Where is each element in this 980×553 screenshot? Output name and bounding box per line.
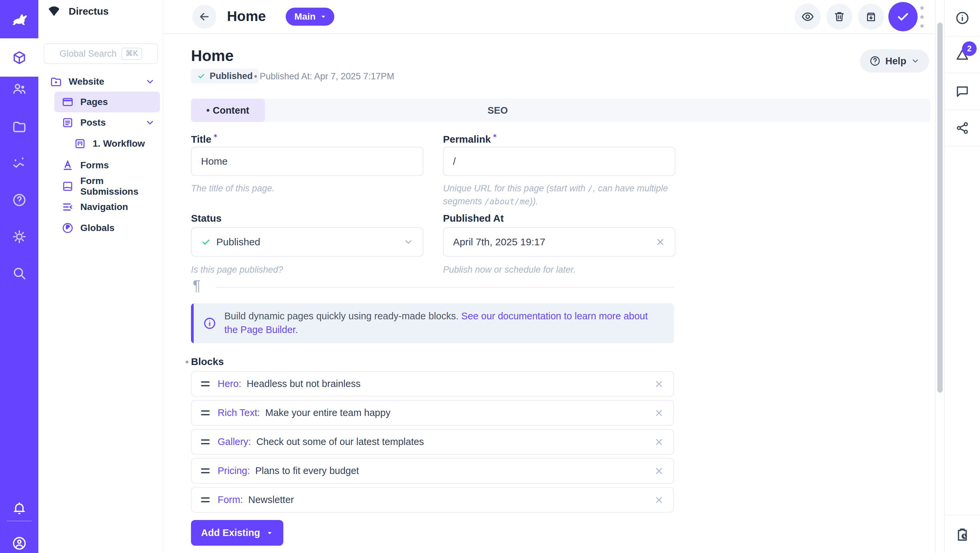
block-row[interactable]: Hero: Headless but not brainless (191, 371, 674, 397)
drag-handle-icon[interactable] (201, 410, 210, 415)
drag-handle-icon[interactable] (201, 468, 210, 474)
module-files[interactable] (0, 110, 38, 143)
sidebar-item-workflow[interactable]: 1. Workflow (38, 133, 163, 154)
sidebar-revisions-button[interactable] (945, 515, 980, 553)
chevron-down-icon[interactable] (145, 118, 155, 128)
permalink-field-hint: Unique URL for this page (start with /, … (443, 182, 675, 208)
title-field-label: Title✶ (191, 132, 218, 145)
sidebar-item-navigation[interactable]: Navigation (38, 197, 163, 217)
sidebar-item-label: Globals (80, 222, 115, 234)
block-type[interactable]: Pricing: (218, 465, 250, 476)
published-at-value: April 7th, 2025 19:17 (453, 236, 545, 248)
block-type[interactable]: Hero: (218, 378, 241, 389)
edited-dot (207, 109, 209, 112)
block-row[interactable]: Gallery: Check out some of our latest te… (191, 429, 674, 454)
block-row[interactable]: Form: Newsletter (191, 487, 674, 513)
rabbit-logo-icon (9, 9, 30, 30)
sidebar-item-label: Forms (80, 160, 109, 171)
module-content[interactable] (0, 38, 38, 77)
sidebar-item-forms[interactable]: Forms (38, 155, 163, 176)
tab-label: Content (213, 105, 249, 116)
version-selector[interactable]: Main (286, 8, 334, 25)
directus-logo-button[interactable] (0, 0, 38, 38)
sidebar-comments-button[interactable] (945, 73, 980, 110)
folder-icon (12, 119, 27, 134)
notifications-bell-button[interactable] (0, 495, 38, 522)
block-row[interactable]: Pricing: Plans to fit every budget (191, 458, 674, 484)
sidebar-share-button[interactable] (945, 110, 980, 147)
project-chooser[interactable]: Directus (47, 4, 109, 19)
preview-button[interactable] (795, 4, 821, 30)
remove-block-icon[interactable] (654, 408, 664, 418)
page-builder-notice: Build dynamic pages quickly using ready-… (191, 304, 674, 343)
vertical-scrollbar[interactable] (937, 23, 943, 393)
block-title: Make your entire team happy (265, 407, 391, 418)
back-button[interactable] (192, 5, 216, 29)
block-type[interactable]: Form: (218, 494, 243, 505)
edited-dot (186, 361, 188, 363)
check-icon (896, 10, 910, 24)
check-icon (201, 237, 211, 247)
sidebar-item-label: Form Submissions (80, 176, 163, 197)
drag-handle-icon[interactable] (201, 381, 210, 386)
help-circle-icon (12, 193, 27, 207)
drag-handle-icon[interactable] (201, 497, 210, 502)
save-button[interactable] (888, 2, 918, 31)
remove-block-icon[interactable] (654, 466, 664, 476)
module-settings[interactable] (0, 220, 38, 253)
arrow-back-icon (198, 10, 211, 23)
module-insights[interactable] (0, 147, 38, 180)
published-at-field-label: Published At (443, 213, 504, 224)
block-type[interactable]: Rich Text: (218, 407, 260, 418)
sidebar-item-globals[interactable]: Globals (38, 218, 163, 238)
info-icon (955, 11, 970, 25)
help-circle-icon (869, 55, 881, 67)
archive-down-icon (865, 11, 877, 23)
sidebar-item-posts[interactable]: Posts (38, 112, 163, 133)
more-options-button[interactable] (918, 6, 926, 28)
sidebar-item-pages[interactable]: Pages (54, 92, 160, 112)
permalink-input[interactable]: / (443, 147, 675, 176)
clear-icon[interactable] (655, 237, 665, 247)
add-existing-button[interactable]: Add Existing (191, 520, 283, 546)
sidebar-item-website[interactable]: Website (38, 72, 163, 92)
module-users[interactable] (0, 72, 38, 106)
right-sidebar: 2 (944, 0, 980, 553)
drag-handle-icon[interactable] (201, 439, 210, 444)
people-icon (12, 82, 27, 96)
title-input[interactable]: Home (191, 147, 423, 176)
status-select[interactable]: Published (191, 227, 423, 257)
sidebar-item-form-submissions[interactable]: Form Submissions (38, 176, 163, 197)
gear-icon (12, 229, 27, 244)
remove-block-icon[interactable] (654, 437, 664, 447)
sidebar-item-label: Website (68, 76, 104, 87)
published-at-input[interactable]: April 7th, 2025 19:17 (443, 227, 675, 257)
module-bar (0, 0, 38, 553)
menu-open-icon (62, 201, 74, 213)
required-icon: ✶ (213, 132, 218, 139)
module-docs[interactable] (0, 183, 38, 217)
folder-star-icon (50, 76, 62, 88)
tab-seo[interactable]: SEO (471, 99, 524, 122)
chevron-down-icon[interactable] (145, 77, 155, 87)
remove-block-icon[interactable] (654, 379, 664, 389)
divider-line (216, 287, 674, 288)
sidebar-info-button[interactable] (945, 0, 980, 37)
module-search[interactable] (0, 257, 38, 290)
notice-text: Build dynamic pages quickly using ready-… (224, 309, 661, 337)
help-button[interactable]: Help (860, 49, 929, 73)
block-row[interactable]: Rich Text: Make your entire team happy (191, 400, 674, 426)
remove-block-icon[interactable] (654, 495, 664, 505)
published-meta: • Published At: Apr 7, 2025 7:17PM (254, 72, 395, 82)
user-circle-icon (12, 536, 27, 551)
delete-button[interactable] (826, 4, 852, 30)
tab-content[interactable]: Content (191, 99, 265, 122)
modulebar-divider (7, 521, 32, 521)
global-search-input[interactable]: Global Search ⌘K (44, 43, 158, 64)
block-type[interactable]: Gallery: (218, 436, 251, 447)
sidebar-notifications-button[interactable]: 2 (945, 37, 980, 73)
archive-button[interactable] (858, 4, 884, 30)
notice-accent-bar (191, 304, 194, 343)
nav-sidebar: Directus Global Search ⌘K Website Pages (38, 0, 163, 553)
user-menu-button[interactable] (0, 529, 38, 553)
